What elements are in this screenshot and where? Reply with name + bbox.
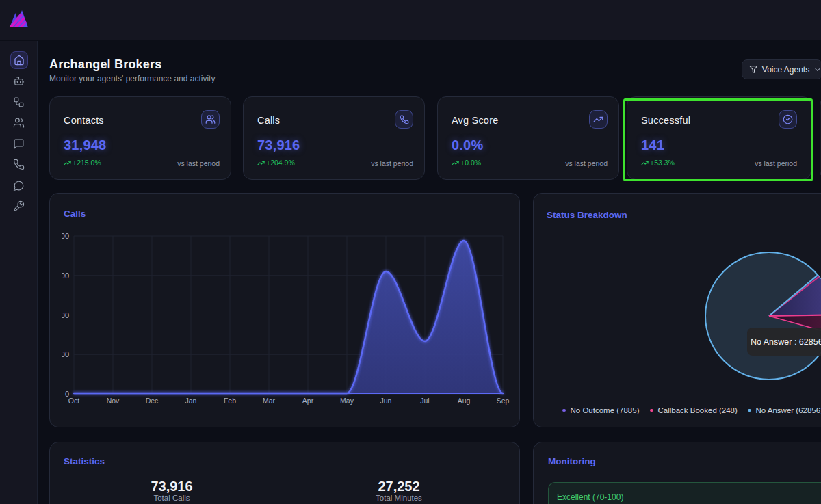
svg-text:Oct: Oct bbox=[68, 397, 79, 405]
svg-text:000: 000 bbox=[57, 271, 69, 280]
svg-text:Dec: Dec bbox=[146, 397, 159, 405]
svg-text:Apr: Apr bbox=[302, 397, 314, 405]
svg-text:Nov: Nov bbox=[107, 397, 120, 405]
svg-text:000: 000 bbox=[57, 311, 69, 319]
svg-text:Feb: Feb bbox=[224, 397, 236, 405]
svg-text:May: May bbox=[340, 397, 354, 405]
svg-text:Aug: Aug bbox=[458, 397, 471, 405]
svg-text:Jan: Jan bbox=[185, 397, 197, 405]
svg-text:000: 000 bbox=[57, 350, 69, 358]
svg-text:Sep: Sep bbox=[497, 397, 510, 405]
svg-text:Jun: Jun bbox=[380, 397, 392, 405]
svg-text:000: 000 bbox=[57, 232, 69, 240]
svg-text:Mar: Mar bbox=[263, 397, 276, 405]
svg-text:Jul: Jul bbox=[420, 397, 429, 405]
